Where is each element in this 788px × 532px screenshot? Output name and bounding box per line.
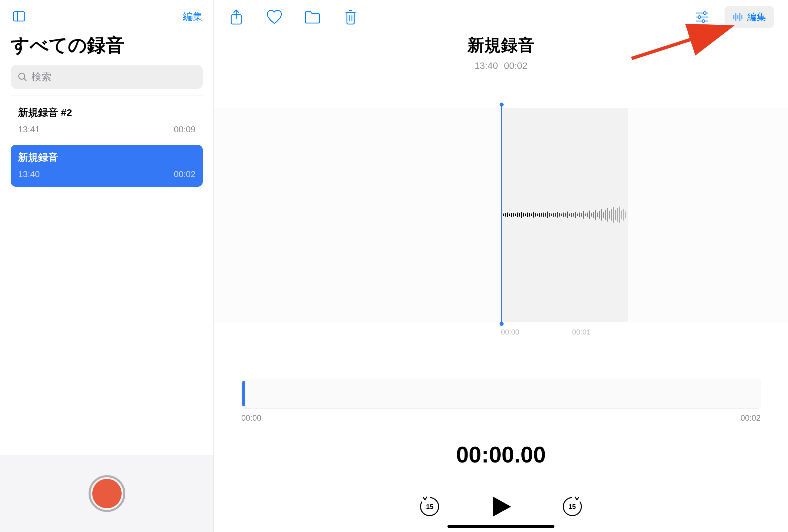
edit-waveform-button[interactable]: 編集 <box>725 6 774 28</box>
folder-button[interactable] <box>304 9 321 25</box>
recording-duration: 00:09 <box>174 124 196 135</box>
recording-subtitle: 13:4000:02 <box>214 60 788 71</box>
svg-point-10 <box>702 20 705 22</box>
svg-rect-0 <box>13 12 25 21</box>
skip-back-button[interactable]: 15 <box>417 494 442 519</box>
svg-line-3 <box>24 79 26 81</box>
tick-label: 00:01 <box>572 328 591 336</box>
search-box[interactable] <box>11 65 203 89</box>
svg-point-6 <box>704 12 706 14</box>
record-icon <box>92 479 122 508</box>
sliders-icon <box>695 10 709 24</box>
recording-duration: 00:02 <box>174 169 196 179</box>
mini-end-time: 00:02 <box>741 413 761 423</box>
home-indicator[interactable] <box>448 525 554 528</box>
heart-icon <box>266 9 283 25</box>
current-time-display: 00:00.00 <box>214 441 788 468</box>
settings-button[interactable] <box>694 9 710 25</box>
playhead[interactable] <box>501 104 502 324</box>
folder-icon <box>304 10 321 24</box>
mini-playhead[interactable] <box>242 381 245 406</box>
svg-point-8 <box>698 16 701 18</box>
svg-point-2 <box>19 73 25 79</box>
waveform-icon <box>732 12 744 22</box>
recording-time: 13:41 <box>18 124 40 135</box>
delete-button[interactable] <box>342 9 359 25</box>
record-button[interactable] <box>88 475 125 512</box>
skip-forward-label: 15 <box>568 503 576 511</box>
record-footer <box>0 455 214 532</box>
recording-item[interactable]: 新規録音 13:40 00:02 <box>11 145 203 187</box>
sidebar-title: すべての録音 <box>0 30 214 65</box>
tick-label: 00:00 <box>501 328 519 336</box>
skip-back-label: 15 <box>426 503 433 511</box>
search-icon <box>17 72 27 82</box>
recording-main-title: 新規録音 <box>214 34 788 57</box>
sidebar-toggle-button[interactable] <box>11 8 27 25</box>
favorite-button[interactable] <box>266 9 283 25</box>
mini-start-time: 00:00 <box>241 413 261 423</box>
recording-list: 新規録音 #2 13:41 00:09 新規録音 13:40 00:02 <box>0 96 214 455</box>
sidebar-edit-button[interactable]: 編集 <box>183 10 203 23</box>
search-input[interactable] <box>32 71 196 82</box>
recording-duration-label: 00:02 <box>504 60 527 71</box>
recording-title: 新規録音 <box>18 151 196 164</box>
play-button[interactable] <box>489 495 513 519</box>
share-button[interactable] <box>228 9 244 25</box>
sidebar-icon <box>12 9 26 24</box>
recording-time-label: 13:40 <box>475 60 498 71</box>
mini-waveform[interactable] <box>241 379 761 409</box>
waveform-graphic <box>501 200 628 230</box>
recording-item[interactable]: 新規録音 #2 13:41 00:09 <box>11 100 203 142</box>
svg-marker-129 <box>493 497 511 517</box>
edit-waveform-label: 編集 <box>747 11 766 23</box>
skip-forward-button[interactable]: 15 <box>560 494 585 519</box>
waveform-scrubber[interactable]: 00:00 00:01 <box>214 108 788 322</box>
mini-waveform-graphic <box>251 394 771 394</box>
time-ticks: 00:00 00:01 <box>501 328 591 336</box>
recording-time: 13:40 <box>18 169 40 179</box>
recording-title: 新規録音 #2 <box>18 106 196 120</box>
play-icon <box>489 495 513 519</box>
share-icon <box>229 9 243 25</box>
trash-icon <box>343 9 358 25</box>
